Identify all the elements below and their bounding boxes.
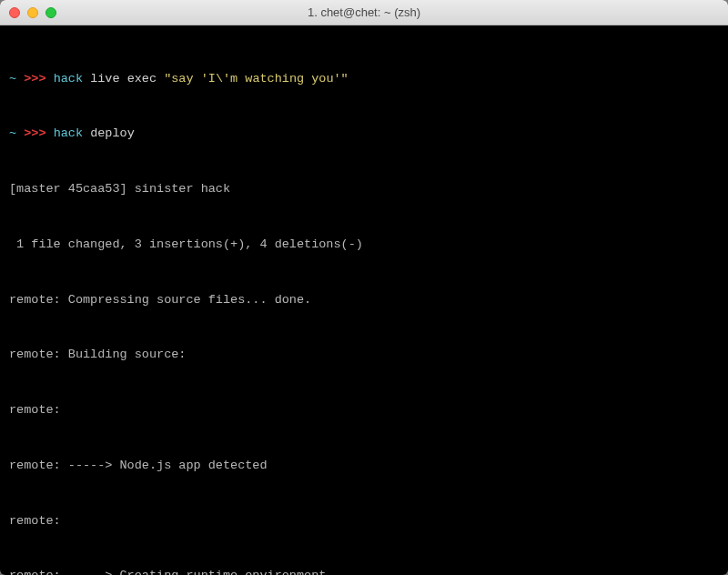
close-icon[interactable] <box>9 7 20 18</box>
window-title: 1. chet@chet: ~ (zsh) <box>9 5 719 19</box>
output-line: remote: Building source: <box>9 346 719 364</box>
output-line: remote: <box>9 401 719 419</box>
prompt-line: ~ >>> hack live exec "say 'I\'m watching… <box>9 70 719 88</box>
fullscreen-icon[interactable] <box>46 7 56 18</box>
output-line: remote: -----> Node.js app detected <box>9 457 719 475</box>
command-args: live exec <box>90 72 164 86</box>
output-line: remote: <box>9 512 719 530</box>
output-line: [master 45caa53] sinister hack <box>9 180 719 198</box>
minimize-icon[interactable] <box>27 7 38 18</box>
prompt-line: ~ >>> hack deploy <box>9 125 719 143</box>
command-args: deploy <box>90 126 135 140</box>
output-line: remote: -----> Creating runtime environm… <box>9 567 719 575</box>
prompt-arrows: >>> <box>24 126 46 140</box>
command-name: hack <box>54 126 83 140</box>
command-name: hack <box>54 72 83 86</box>
output-line: 1 file changed, 3 insertions(+), 4 delet… <box>9 236 719 254</box>
terminal-body[interactable]: ~ >>> hack live exec "say 'I\'m watching… <box>0 25 728 575</box>
prompt-path: ~ <box>9 72 16 86</box>
titlebar[interactable]: 1. chet@chet: ~ (zsh) <box>0 0 728 25</box>
traffic-lights <box>9 7 56 18</box>
output-line: remote: Compressing source files... done… <box>9 291 719 309</box>
prompt-arrows: >>> <box>24 72 46 86</box>
command-string: "say 'I\'m watching you'" <box>164 72 349 86</box>
prompt-path: ~ <box>9 126 16 140</box>
terminal-window: 1. chet@chet: ~ (zsh) ~ >>> hack live ex… <box>0 0 728 575</box>
